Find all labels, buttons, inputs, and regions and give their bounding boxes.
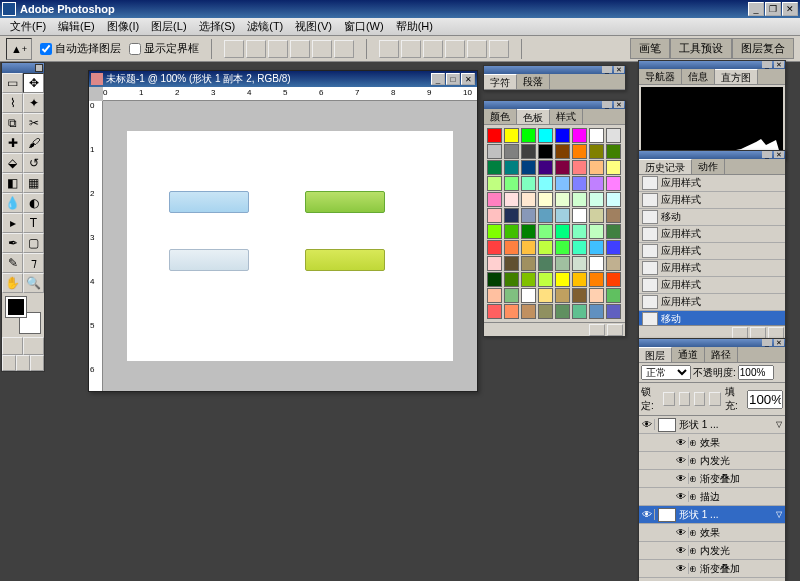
swatch[interactable]: [521, 160, 536, 175]
layer-row[interactable]: 👁形状 1 ...▽: [639, 416, 785, 434]
swatch[interactable]: [487, 224, 502, 239]
swatch[interactable]: [555, 192, 570, 207]
history-row[interactable]: 应用样式: [639, 243, 785, 260]
swatch[interactable]: [572, 192, 587, 207]
layer-effect-row[interactable]: 👁⊕ 内发光: [639, 452, 785, 470]
swatch[interactable]: [589, 176, 604, 191]
swatch[interactable]: [504, 240, 519, 255]
swatch[interactable]: [538, 240, 553, 255]
swatch[interactable]: [589, 128, 604, 143]
close-button[interactable]: ✕: [782, 2, 798, 16]
menu-item[interactable]: 窗口(W): [338, 19, 390, 34]
menu-item[interactable]: 选择(S): [193, 19, 242, 34]
swatch[interactable]: [606, 144, 621, 159]
swatch[interactable]: [572, 144, 587, 159]
swatch[interactable]: [606, 224, 621, 239]
panel-titlebar[interactable]: _✕: [484, 101, 625, 109]
new-swatch-button[interactable]: [589, 324, 605, 336]
layer-effect-row[interactable]: 👁⊕ 渐变叠加: [639, 560, 785, 578]
swatch[interactable]: [589, 144, 604, 159]
swatch[interactable]: [504, 224, 519, 239]
swatch[interactable]: [487, 256, 502, 271]
zoom-tool[interactable]: 🔍: [23, 273, 44, 293]
blur-tool[interactable]: 💧: [2, 193, 23, 213]
swatch[interactable]: [504, 128, 519, 143]
swatch[interactable]: [521, 272, 536, 287]
swatch[interactable]: [521, 128, 536, 143]
lock-icon[interactable]: [709, 392, 720, 406]
visibility-icon[interactable]: 👁: [673, 437, 689, 448]
swatch[interactable]: [555, 208, 570, 223]
panel-tab[interactable]: 图层: [639, 347, 672, 362]
swatch[interactable]: [504, 272, 519, 287]
history-row[interactable]: 应用样式: [639, 277, 785, 294]
swatch[interactable]: [521, 192, 536, 207]
swatch[interactable]: [521, 208, 536, 223]
screen-mode[interactable]: [16, 355, 30, 371]
slice-tool[interactable]: ✂: [23, 113, 44, 133]
swatch[interactable]: [589, 304, 604, 319]
opacity-input[interactable]: [738, 365, 774, 380]
blend-mode-select[interactable]: 正常: [641, 365, 691, 380]
distribute-icon[interactable]: [423, 40, 443, 58]
history-row[interactable]: 移动: [639, 311, 785, 325]
distribute-icon[interactable]: [467, 40, 487, 58]
visibility-icon[interactable]: 👁: [673, 527, 689, 538]
panel-tab[interactable]: 通道: [672, 347, 705, 362]
history-row[interactable]: 应用样式: [639, 192, 785, 209]
swatch[interactable]: [487, 144, 502, 159]
swatch[interactable]: [521, 240, 536, 255]
shape-blue[interactable]: [169, 191, 249, 213]
swatch[interactable]: [504, 176, 519, 191]
swatch[interactable]: [606, 192, 621, 207]
swatch[interactable]: [572, 272, 587, 287]
panel-tab[interactable]: 直方图: [715, 69, 758, 84]
distribute-icon[interactable]: [489, 40, 509, 58]
doc-maximize-button[interactable]: □: [446, 73, 460, 85]
swatch[interactable]: [572, 304, 587, 319]
palette-tab[interactable]: 工具预设: [670, 38, 732, 59]
menu-item[interactable]: 图像(I): [101, 19, 145, 34]
swatch[interactable]: [538, 256, 553, 271]
lock-icon[interactable]: [679, 392, 690, 406]
swatch[interactable]: [555, 288, 570, 303]
dodge-tool[interactable]: ◐: [23, 193, 44, 213]
visibility-icon[interactable]: 👁: [639, 419, 655, 430]
swatch[interactable]: [589, 208, 604, 223]
swatch[interactable]: [521, 224, 536, 239]
swatch[interactable]: [521, 304, 536, 319]
doc-close-button[interactable]: ✕: [461, 73, 475, 85]
layer-effect-row[interactable]: 👁⊕ 描边: [639, 488, 785, 506]
color-swatch[interactable]: [6, 297, 40, 333]
wand-tool[interactable]: ✦: [23, 93, 44, 113]
swatch[interactable]: [487, 304, 502, 319]
swatch[interactable]: [555, 160, 570, 175]
swatch[interactable]: [504, 192, 519, 207]
visibility-icon[interactable]: 👁: [673, 491, 689, 502]
document-titlebar[interactable]: 未标题-1 @ 100% (形状 1 副本 2, RGB/8) _ □ ✕: [89, 71, 477, 87]
lasso-tool[interactable]: ⌇: [2, 93, 23, 113]
gradient-tool[interactable]: ▦: [23, 173, 44, 193]
path-tool[interactable]: ▸: [2, 213, 23, 233]
swatch[interactable]: [572, 224, 587, 239]
lock-icon[interactable]: [694, 392, 705, 406]
swatch[interactable]: [606, 304, 621, 319]
shape-yellowgreen[interactable]: [305, 249, 385, 271]
swatch[interactable]: [572, 288, 587, 303]
swatch[interactable]: [504, 256, 519, 271]
minimize-button[interactable]: _: [748, 2, 764, 16]
swatch[interactable]: [589, 240, 604, 255]
history-brush-tool[interactable]: ↺: [23, 153, 44, 173]
align-icon[interactable]: [312, 40, 332, 58]
canvas[interactable]: [127, 131, 453, 361]
visibility-icon[interactable]: 👁: [673, 545, 689, 556]
swatch[interactable]: [487, 128, 502, 143]
swatch[interactable]: [521, 176, 536, 191]
swatch[interactable]: [487, 272, 502, 287]
move-tool[interactable]: ✥: [23, 73, 44, 93]
panel-tab[interactable]: 导航器: [639, 69, 682, 84]
swatch[interactable]: [538, 304, 553, 319]
swatch[interactable]: [504, 208, 519, 223]
history-row[interactable]: 移动: [639, 209, 785, 226]
swatch[interactable]: [589, 224, 604, 239]
